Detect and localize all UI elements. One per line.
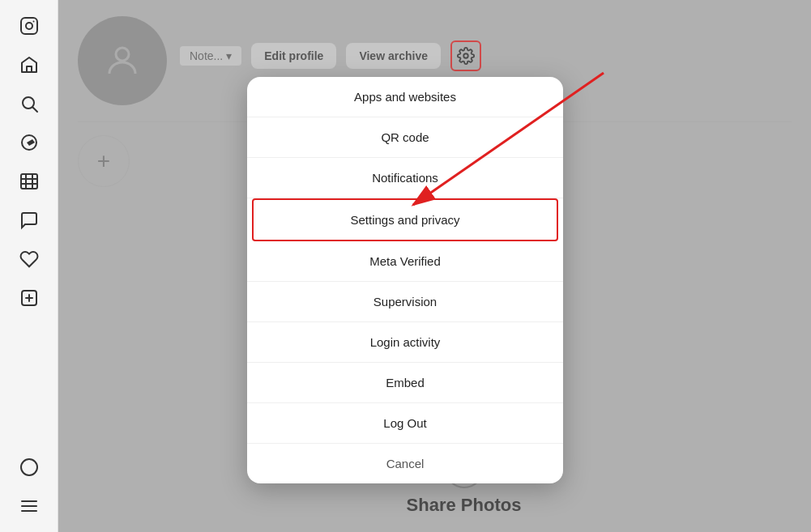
settings-gear-button[interactable] xyxy=(450,40,481,71)
svg-point-12 xyxy=(21,459,37,475)
instagram-logo-icon[interactable] xyxy=(13,10,45,42)
svg-line-5 xyxy=(32,108,37,113)
menu-item-embed[interactable]: Embed xyxy=(247,363,563,403)
home-icon[interactable] xyxy=(13,49,45,81)
dropdown-menu: Apps and websites QR code Notifications … xyxy=(247,77,563,483)
svg-point-1 xyxy=(26,23,32,29)
menu-item-qr-code[interactable]: QR code xyxy=(247,117,563,158)
sidebar xyxy=(0,0,58,532)
plus-icon: + xyxy=(97,148,110,174)
svg-point-16 xyxy=(116,48,129,61)
svg-rect-0 xyxy=(21,18,37,34)
avatar xyxy=(78,16,167,105)
profile-info: Note... ▾ Edit profile View archive xyxy=(180,40,792,81)
svg-point-17 xyxy=(463,53,468,58)
menu-icon[interactable] xyxy=(13,490,45,522)
messenger-icon[interactable] xyxy=(13,204,45,236)
view-archive-button[interactable]: View archive xyxy=(346,43,441,69)
menu-item-meta-verified[interactable]: Meta Verified xyxy=(247,241,563,282)
heart-icon[interactable] xyxy=(13,243,45,275)
share-title: Share Photos xyxy=(133,495,795,516)
menu-item-notifications[interactable]: Notifications xyxy=(247,158,563,198)
svg-marker-7 xyxy=(27,139,35,146)
profile-icon[interactable] xyxy=(13,451,45,483)
menu-item-log-out[interactable]: Log Out xyxy=(247,403,563,444)
svg-rect-3 xyxy=(27,66,32,72)
svg-rect-8 xyxy=(21,174,37,189)
dropdown-arrow-icon: ▾ xyxy=(226,49,232,62)
profile-name-row: Note... ▾ Edit profile View archive xyxy=(180,40,792,71)
reels-icon[interactable] xyxy=(13,165,45,198)
search-icon[interactable] xyxy=(13,87,45,120)
svg-point-2 xyxy=(32,21,34,23)
menu-item-login-activity[interactable]: Login activity xyxy=(247,322,563,363)
profile-name-badge: Note... ▾ xyxy=(180,46,241,66)
menu-item-cancel[interactable]: Cancel xyxy=(247,444,563,483)
new-story-button[interactable]: + xyxy=(78,135,130,187)
menu-item-settings-privacy[interactable]: Settings and privacy xyxy=(252,198,558,241)
profile-name-text: Note... xyxy=(190,49,223,62)
menu-item-apps-websites[interactable]: Apps and websites xyxy=(247,77,563,117)
menu-item-supervision[interactable]: Supervision xyxy=(247,282,563,322)
edit-profile-button[interactable]: Edit profile xyxy=(251,43,336,69)
create-icon[interactable] xyxy=(13,282,45,314)
explore-icon[interactable] xyxy=(13,126,45,159)
